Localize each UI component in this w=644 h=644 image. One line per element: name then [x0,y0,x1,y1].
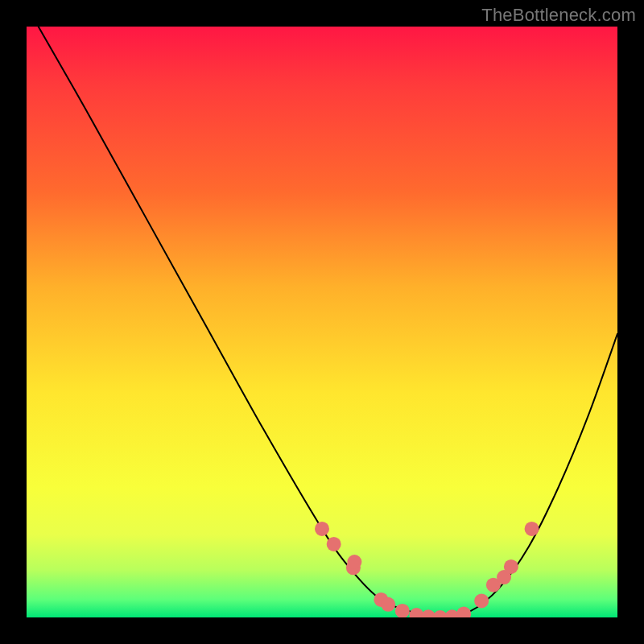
marker-dot [409,608,423,617]
marker-dot [456,607,471,617]
chart-stage: TheBottleneck.com [0,0,644,644]
chart-svg [27,27,617,617]
plot-area [27,27,617,617]
marker-dot [395,604,410,617]
marker-dot [315,522,329,536]
marker-dot [504,559,518,574]
marker-dot [381,597,395,612]
marker-dot [474,593,489,608]
marker-dot [433,610,448,617]
curve-layer [39,27,617,617]
marker-dot [497,570,511,584]
marker-layer [315,522,539,617]
watermark-text: TheBottleneck.com [481,5,636,26]
marker-dot [525,522,539,536]
marker-dot [347,555,361,569]
marker-dot [486,578,501,592]
series-curve [39,27,617,617]
marker-dot [374,592,388,607]
marker-dot [444,609,459,617]
marker-dot [327,537,341,551]
marker-dot [421,609,436,617]
marker-dot [346,560,361,575]
